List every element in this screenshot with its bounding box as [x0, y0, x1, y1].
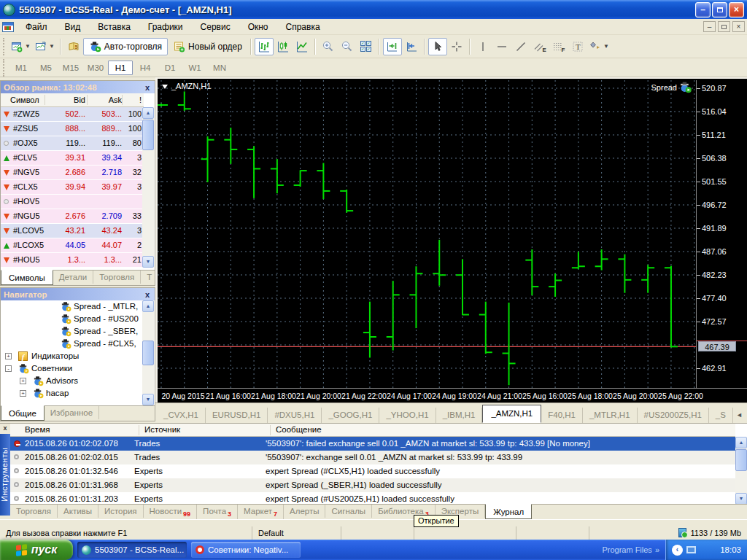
taskbar-task-metatrader[interactable]: 5503907 - BCS5-Real... — [77, 542, 187, 558]
menu-item-Вставка[interactable]: Вставка — [89, 20, 139, 34]
terminal-tab-Маркет[interactable]: Маркет7 — [238, 505, 284, 520]
bar-chart-mode-button[interactable] — [255, 38, 274, 55]
terminal-side-label[interactable]: Инструменты — [0, 434, 10, 516]
terminal-close-icon[interactable]: x — [0, 424, 10, 434]
navigator-tab-Общие[interactable]: Общие — [1, 405, 44, 421]
terminal-tab-Торговля[interactable]: Торговля — [10, 505, 58, 518]
scroll-thumb[interactable] — [142, 341, 154, 365]
timeframe-D1[interactable]: D1 — [158, 61, 182, 75]
chart-tab-F40,H1[interactable]: F40,H1 — [541, 408, 583, 423]
navigator-item-hacap[interactable]: +hacap — [1, 387, 144, 400]
scroll-up-icon[interactable]: ▲ — [142, 300, 154, 312]
shapes-tool-button[interactable]: ▼ — [587, 38, 611, 55]
chart-tab-#DXU5,H1[interactable]: #DXU5,H1 — [268, 408, 322, 423]
overflow-chevron-icon[interactable]: » — [655, 545, 659, 554]
navigator-header[interactable]: Навигатор x — [1, 288, 155, 300]
scroll-thumb[interactable] — [142, 120, 154, 150]
chart-tab-_MTLR,H1[interactable]: _MTLR,H1 — [583, 408, 638, 423]
chart-tab-_IBM,H1[interactable]: _IBM,H1 — [436, 408, 483, 423]
column-header-Символ[interactable]: Символ — [10, 96, 39, 104]
market-tab-Детали[interactable]: Детали — [53, 271, 93, 284]
journal-column-Время[interactable]: Время — [25, 425, 50, 434]
line-chart-mode-button[interactable] — [293, 38, 311, 55]
market-tab-Символы[interactable]: Символы — [1, 270, 53, 285]
terminal-tab-Алерты[interactable]: Алерты — [284, 505, 325, 518]
chart-tab-EURUSD,H1[interactable]: EURUSD,H1 — [206, 408, 268, 423]
market-watch-close-icon[interactable]: x — [143, 83, 152, 92]
crosshair-tool-button[interactable] — [447, 38, 466, 55]
journal-row[interactable]: 2015.08.26 01:01:31.203Expertsexpert Spr… — [10, 492, 735, 505]
scroll-thumb[interactable] — [735, 449, 747, 471]
menu-item-Графики[interactable]: Графики — [139, 20, 192, 34]
column-header-Bid[interactable]: Bid — [46, 96, 85, 104]
market-tab-Торговля[interactable]: Торговля — [93, 271, 141, 284]
menu-item-Файл[interactable]: Файл — [17, 20, 56, 34]
terminal-tab-Почта[interactable]: Почта3 — [197, 505, 238, 520]
navigator-item--[interactable]: +fИндикаторы — [1, 350, 144, 362]
market-row-#HOV5[interactable]: #HOV5 — [1, 195, 144, 209]
market-row-#LCOX5[interactable]: #LCOX544.0544.072 — [1, 238, 144, 253]
chart-tab-_CVX,H1[interactable]: _CVX,H1 — [157, 408, 206, 423]
price-axis[interactable]: 520.87516.04511.21506.38501.55496.72491.… — [696, 80, 747, 388]
expand-plus-icon[interactable]: + — [20, 378, 26, 384]
market-row-#CLV5[interactable]: #CLV539.3139.343 — [1, 151, 144, 166]
taskbar-task-opera[interactable]: Советники: Negativ... — [191, 542, 301, 558]
chart-window[interactable]: _AMZN,H1 Spread 520.87516.04511.21506.38… — [155, 77, 747, 402]
time-axis[interactable]: 20 Aug 201521 Aug 16:0021 Aug 18:0021 Au… — [158, 388, 747, 402]
journal-column-Сообщение[interactable]: Сообщение — [276, 425, 322, 434]
navigator-item-Spread-_MTLR-[interactable]: Spread - _MTLR, — [1, 300, 144, 313]
scroll-up-icon[interactable]: ▲ — [735, 437, 747, 448]
toolbar-grip[interactable] — [3, 59, 6, 77]
journal-row[interactable]: 2015.08.26 01:01:31.968Expertsexpert Spr… — [10, 478, 735, 492]
market-row-#NGV5[interactable]: #NGV52.6862.71832 — [1, 166, 144, 180]
journal-column-headers[interactable]: ВремяИсточникСообщение — [10, 424, 735, 437]
navigator-item--[interactable]: -Советники — [1, 362, 144, 375]
autotrade-button[interactable]: Авто-торговля — [83, 38, 168, 55]
scroll-down-icon[interactable]: ▼ — [735, 493, 747, 505]
chart-tab-#US2000Z5,H1[interactable]: #US2000Z5,H1 — [638, 408, 709, 423]
terminal-tab-Активы[interactable]: Активы — [58, 505, 98, 518]
journal-row[interactable]: 2015.08.26 01:01:32.546Expertsexpert Spr… — [10, 464, 735, 478]
market-watch-scrollbar[interactable]: ▲ ▼ — [142, 107, 154, 268]
market-row-#NGU5[interactable]: #NGU52.6762.70933 — [1, 209, 144, 224]
toolbar-grip[interactable] — [3, 38, 6, 55]
text-tool-button[interactable]: T — [568, 38, 587, 55]
close-button[interactable]: × — [729, 2, 744, 18]
navigator-item-Spread-#CLX5-[interactable]: Spread - #CLX5, — [1, 338, 144, 350]
chart-shift-button[interactable] — [402, 38, 421, 55]
market-row-#ZWZ5[interactable]: #ZWZ5502...503...100 — [1, 107, 144, 122]
chart-tab-_GOOG,H1[interactable]: _GOOG,H1 — [322, 408, 379, 423]
market-row-#CLX5[interactable]: #CLX539.9439.973 — [1, 180, 144, 195]
market-row-#HOU5[interactable]: #HOU51.3...1.3...21 — [1, 253, 144, 268]
cursor-tool-button[interactable] — [428, 38, 447, 55]
minimize-button[interactable]: – — [695, 2, 711, 18]
history-center-button[interactable]: 5 — [64, 38, 83, 55]
timeframe-MN[interactable]: MN — [207, 61, 232, 75]
restore-button[interactable] — [712, 2, 727, 18]
timeframe-H1[interactable]: H1 — [108, 61, 133, 75]
navigator-tab-Избранное[interactable]: Избранное — [44, 406, 99, 419]
scroll-up-icon[interactable]: ▲ — [142, 107, 154, 119]
terminal-tab-История[interactable]: История — [98, 505, 144, 518]
navigator-close-icon[interactable]: x — [143, 290, 152, 299]
terminal-tab-Новости[interactable]: Новости99 — [144, 505, 198, 520]
chart-symbol-label[interactable]: _AMZN,H1 — [162, 82, 211, 90]
timeframe-M5[interactable]: M5 — [34, 61, 58, 75]
timeframe-M1[interactable]: M1 — [9, 61, 34, 75]
zoom-out-button[interactable] — [338, 38, 357, 55]
child-close-button[interactable]: × — [732, 21, 745, 32]
chart-window-icon[interactable] — [2, 22, 14, 32]
column-header-Ask[interactable]: Ask — [88, 96, 122, 104]
expand-plus-icon[interactable]: + — [20, 390, 26, 397]
child-restore-button[interactable] — [718, 21, 730, 32]
taskbar-toolbar[interactable]: Program Files » — [602, 545, 665, 554]
collapse-minus-icon[interactable]: - — [5, 365, 12, 372]
market-row-#ZSU5[interactable]: #ZSU5888...889...100 — [1, 122, 144, 136]
scroll-left-icon[interactable]: ◄ — [733, 411, 746, 419]
chart-tab-_AMZN,H1[interactable]: _AMZN,H1 — [482, 405, 541, 423]
tray-collapse-icon[interactable]: ‹ — [672, 545, 683, 556]
terminal-tab-Сигналы[interactable]: Сигналы — [325, 505, 372, 518]
status-profile[interactable]: Default — [252, 526, 341, 540]
new-chart-button[interactable]: ▼ — [9, 38, 33, 55]
title-bar[interactable]: 5503907 - BCS5-Real - Демо-счет - [_AMZN… — [0, 0, 747, 19]
